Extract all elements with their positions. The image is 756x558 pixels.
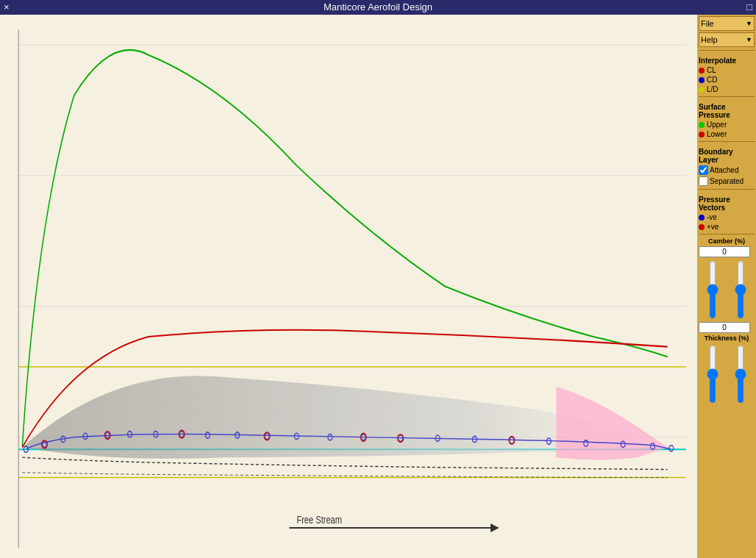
- file-label: File: [701, 19, 714, 28]
- chart-area: -2 -1 0 1 CP: [0, 15, 697, 558]
- cl-legend-label: CL: [707, 66, 716, 74]
- upper-legend: Upper: [699, 121, 755, 129]
- cl-dot: [699, 68, 705, 74]
- ld-legend: L/D: [699, 85, 755, 93]
- help-menu[interactable]: Help ▼: [699, 32, 755, 47]
- surface-pressure-label: Surface Pressure: [699, 103, 755, 119]
- ld-dot: [699, 87, 705, 93]
- separated-item[interactable]: Separated: [699, 176, 755, 186]
- camber-slider1[interactable]: [707, 260, 718, 319]
- svg-rect-0: [0, 15, 697, 558]
- thickness-display: 0: [699, 322, 750, 333]
- camber-display: 0: [699, 246, 750, 257]
- maximize-icon[interactable]: □: [746, 1, 752, 12]
- cd-dot: [699, 77, 705, 83]
- pos-ve-label: +ve: [707, 223, 718, 231]
- help-label: Help: [701, 35, 718, 44]
- cl-legend: CL: [699, 66, 755, 74]
- cd-legend-label: CD: [707, 76, 717, 84]
- pressure-vectors-label: Pressure Vectors: [699, 196, 755, 212]
- neg-ve-label: -ve: [707, 213, 717, 221]
- lower-dot: [699, 132, 705, 137]
- divider3: [699, 141, 755, 142]
- divider2: [699, 96, 755, 97]
- attached-checkbox[interactable]: [699, 165, 708, 175]
- camber-heading: Camber (%): [699, 237, 755, 245]
- attached-label: Attached: [710, 166, 738, 174]
- thickness-slider2[interactable]: [735, 345, 746, 404]
- ld-legend-label: L/D: [707, 85, 718, 93]
- lower-legend-label: Lower: [707, 130, 727, 138]
- upper-legend-label: Upper: [707, 121, 727, 129]
- divider4: [699, 189, 755, 190]
- separated-checkbox[interactable]: [699, 176, 708, 186]
- upper-dot: [699, 122, 705, 128]
- separated-label: Separated: [710, 177, 743, 185]
- thickness-slider1[interactable]: [707, 345, 718, 404]
- svg-text:Free Stream: Free Stream: [296, 514, 342, 526]
- neg-dot: [699, 215, 705, 221]
- right-panel: File ▼ Help ▼ Interpolate CL CD L/D Surf…: [697, 15, 756, 558]
- attached-item[interactable]: Attached: [699, 165, 755, 175]
- cd-legend: CD: [699, 76, 755, 84]
- chart-svg: Free Stream: [0, 15, 697, 558]
- camber-slider2[interactable]: [735, 260, 746, 319]
- help-arrow-icon: ▼: [746, 36, 752, 43]
- thickness-sliders: [699, 345, 755, 404]
- title-bar: × Manticore Aerofoil Design □: [0, 0, 756, 15]
- close-icon[interactable]: ×: [4, 1, 10, 12]
- divider1: [699, 50, 755, 51]
- lower-legend: Lower: [699, 130, 755, 138]
- main-layout: -2 -1 0 1 CP: [0, 15, 756, 558]
- thickness-heading: Thickness (%): [699, 335, 755, 342]
- divider5: [699, 234, 755, 235]
- neg-ve-legend: -ve: [699, 213, 755, 221]
- pos-ve-legend: +ve: [699, 223, 755, 231]
- interpolate-label: Interpolate: [699, 57, 755, 65]
- app-title: Manticore Aerofoil Design: [324, 1, 432, 12]
- file-arrow-icon: ▼: [746, 20, 752, 27]
- pos-dot: [699, 224, 705, 230]
- camber-sliders: [699, 260, 755, 319]
- file-menu[interactable]: File ▼: [699, 16, 755, 31]
- boundary-layer-label: Boundary Layer: [699, 148, 755, 164]
